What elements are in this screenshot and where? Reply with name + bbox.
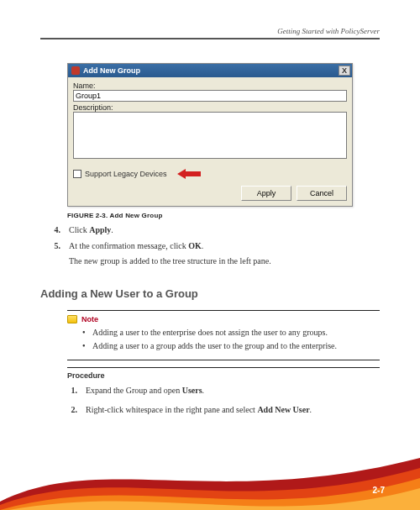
svg-marker-0 [177,169,201,179]
step-4: 4. Click Apply. [50,224,380,236]
note-block: Note Adding a user to the enterprise doe… [67,310,380,360]
name-input[interactable] [73,90,347,102]
cancel-button[interactable]: Cancel [297,186,347,201]
dialog-titlebar: Add New Group X [68,64,352,77]
procedure-steps-continued: 4. Click Apply. 5. At the confirmation m… [50,224,380,251]
note-bullet: Adding a user to a group adds the user t… [82,340,380,352]
dialog-body: Name: Description: Support Legacy Device… [68,77,352,206]
procedure-steps: 1. Expand the Group and open Users. 2. R… [67,385,380,416]
note-icon [67,315,77,323]
app-icon [71,66,80,75]
step-1: 1. Expand the Group and open Users. [67,385,380,397]
close-icon[interactable]: X [339,66,350,76]
note-bullets: Adding a user to the enterprise does not… [82,327,380,352]
note-bullet: Adding a user to the enterprise does not… [82,327,380,339]
support-legacy-checkbox[interactable] [73,170,81,178]
figure-caption: FIGURE 2-3. Add New Group [67,212,380,219]
procedure-heading: Procedure [67,367,380,380]
step-number: 1. [67,385,77,397]
name-label: Name: [73,81,347,90]
description-input[interactable] [73,112,347,159]
callout-arrow-icon [177,169,201,179]
document-page: Getting Started with PolicyServer Add Ne… [0,0,420,416]
step-number: 2. [67,404,77,416]
step-text: At the confirmation message, click OK. [69,240,203,252]
step-text: Expand the Group and open Users. [86,385,204,397]
add-new-group-dialog: Add New Group X Name: Description: Suppo… [67,63,353,207]
apply-button[interactable]: Apply [241,186,291,201]
step-text: Click Apply. [69,224,113,236]
step-text: Right-click whitespace in the right pane… [86,404,312,416]
note-head: Note [67,315,380,323]
description-label: Description: [73,103,347,112]
legacy-row: Support Legacy Devices [73,169,347,179]
step-number: 5. [50,240,60,252]
support-legacy-label: Support Legacy Devices [85,170,167,178]
result-text: The new group is added to the tree struc… [69,255,380,267]
running-head: Getting Started with PolicyServer [40,27,380,39]
step-number: 4. [50,224,60,236]
step-5: 5. At the confirmation message, click OK… [50,240,380,252]
page-number: 2-7 [373,486,385,495]
footer-swoosh-graphic [0,443,420,510]
step-2: 2. Right-click whitespace in the right p… [67,404,380,416]
note-title: Note [81,315,98,323]
section-heading: Adding a New User to a Group [40,287,380,300]
dialog-button-row: Apply Cancel [73,186,347,201]
dialog-title: Add New Group [83,66,140,75]
